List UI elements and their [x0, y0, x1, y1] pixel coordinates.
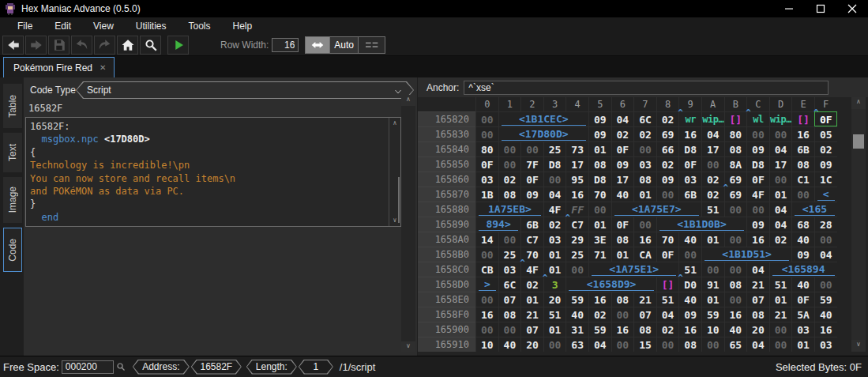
hex-cell[interactable]: 00 — [475, 111, 498, 126]
code-type-select[interactable]: Script — [76, 81, 414, 99]
hex-cell[interactable]: 00 — [678, 247, 701, 262]
scroll-up-icon[interactable]: ∧ — [851, 97, 866, 109]
hex-cell[interactable]: 03 — [543, 232, 566, 247]
hex-cell[interactable]: 59 — [588, 322, 611, 337]
scroll-up-icon[interactable]: ∧ — [389, 119, 400, 128]
hex-cell[interactable]: D8 — [543, 156, 566, 172]
hex-cell[interactable]: 40 — [678, 292, 701, 307]
hex-cell[interactable]: D8 — [588, 172, 611, 187]
hex-cell[interactable]: 40 — [791, 277, 814, 292]
hex-cell[interactable]: 00 — [633, 217, 656, 232]
hex-cell[interactable]: D8 — [746, 156, 769, 172]
hex-cell[interactable]: 08 — [724, 141, 747, 156]
hex-cell[interactable]: <165 — [791, 202, 836, 217]
side-tab-table[interactable]: Table — [3, 84, 22, 128]
hex-cell[interactable]: 09 — [746, 141, 769, 156]
hex-cell[interactable]: 0F — [791, 292, 814, 307]
hex-cell[interactable]: 01 — [543, 247, 566, 262]
auto-width-button[interactable]: Auto — [329, 37, 358, 53]
hex-cell[interactable]: 00 — [498, 232, 521, 247]
run-script-button[interactable] — [167, 36, 189, 55]
hex-cell[interactable]: <1658D9> — [566, 277, 656, 292]
hex-cell[interactable]: 08 — [678, 337, 701, 352]
hex-cell[interactable]: 28 — [814, 217, 837, 232]
hex-cell[interactable]: > — [475, 277, 498, 292]
hex-cell[interactable]: 51 — [769, 277, 792, 292]
hex-cell[interactable]: ^wl — [746, 111, 769, 126]
tab-close-icon[interactable]: ✕ — [100, 64, 106, 72]
hex-cell[interactable]: 04 — [769, 202, 792, 217]
hex-cell[interactable]: 80 — [475, 141, 498, 156]
hex-cell[interactable]: 01 — [543, 322, 566, 337]
hex-cell[interactable]: 00 — [633, 141, 656, 156]
hex-cell[interactable]: ^D0 — [678, 277, 701, 292]
hex-cell[interactable]: 8A — [724, 156, 747, 172]
hex-cell[interactable]: 21 — [633, 292, 656, 307]
hex-cell[interactable]: [] — [791, 111, 814, 126]
hex-cell[interactable]: ^3 — [543, 277, 566, 292]
hex-cell[interactable]: 02 — [656, 322, 679, 337]
hex-cell[interactable]: 16 — [633, 232, 656, 247]
left-panel-scrollbar[interactable]: ∧ ∨ — [401, 95, 415, 352]
hex-cell[interactable]: 03 — [633, 156, 656, 172]
hex-cell[interactable]: 01 — [769, 187, 792, 202]
hex-cell[interactable]: 4F — [746, 187, 769, 202]
side-tab-code[interactable]: Code — [3, 228, 22, 272]
hex-cell[interactable]: 20 — [520, 337, 543, 352]
hex-cell[interactable]: 09 — [520, 187, 543, 202]
hex-cell[interactable]: 95 — [566, 172, 588, 187]
anchor-input[interactable] — [464, 81, 829, 95]
hex-cell[interactable]: 02 — [543, 217, 566, 232]
hex-cell[interactable]: 01 — [633, 187, 656, 202]
hex-grid[interactable]: 16582000<1B1CEC>09046C02^wrwip…[]^wlwip…… — [418, 111, 837, 352]
hex-cell[interactable]: 08 — [791, 156, 814, 172]
hex-cell[interactable]: 03 — [498, 262, 521, 277]
close-button[interactable] — [836, 0, 868, 17]
back-button[interactable] — [2, 36, 24, 55]
hex-cell[interactable]: 29 — [566, 232, 588, 247]
hex-cell[interactable]: 68 — [791, 217, 814, 232]
hex-cell[interactable]: 02 — [656, 156, 679, 172]
hex-cell[interactable]: 00 — [543, 172, 566, 187]
hex-cell[interactable]: 09 — [588, 126, 611, 141]
redo-button[interactable] — [94, 36, 115, 55]
hex-cell[interactable]: 17 — [566, 156, 588, 172]
hex-cell[interactable]: 25 — [543, 141, 566, 156]
menu-file[interactable]: File — [6, 18, 43, 34]
hex-cell[interactable]: 894> — [475, 217, 520, 232]
hex-cell[interactable]: 08 — [611, 232, 634, 247]
free-space-search-icon[interactable] — [114, 360, 128, 374]
hex-cell[interactable]: 16 — [724, 307, 747, 322]
hex-cell[interactable]: 08 — [724, 277, 747, 292]
hex-cell[interactable]: 02 — [814, 141, 837, 156]
hex-cell-selected[interactable]: ^0F — [814, 111, 837, 126]
hex-cell[interactable]: 59 — [814, 292, 837, 307]
hex-cell[interactable]: 08 — [498, 187, 521, 202]
hex-cell[interactable]: 00 — [498, 156, 521, 172]
hex-cell[interactable]: 08 — [633, 172, 656, 187]
forward-button[interactable] — [25, 36, 47, 55]
hex-cell[interactable]: 0F — [520, 172, 543, 187]
hex-cell[interactable]: 0F — [475, 156, 498, 172]
hex-cell[interactable]: 02 — [588, 307, 611, 322]
hex-cell[interactable]: 0F — [611, 217, 634, 232]
hex-cell[interactable]: 25 — [566, 247, 588, 262]
hex-cell[interactable]: 00 — [701, 262, 724, 277]
hex-cell[interactable]: 00 — [475, 322, 498, 337]
hex-cell[interactable]: 6C — [633, 111, 656, 126]
hex-cell[interactable]: 16 — [566, 187, 588, 202]
hex-cell[interactable]: 00 — [769, 337, 792, 352]
hex-cell[interactable]: 08 — [611, 292, 634, 307]
hex-cell[interactable]: 04 — [769, 141, 792, 156]
hex-cell[interactable]: 16 — [678, 322, 701, 337]
hex-cell[interactable]: 25 — [498, 247, 521, 262]
hex-cell[interactable]: 04 — [656, 307, 679, 322]
hex-cell[interactable]: 00 — [746, 202, 769, 217]
hex-cell[interactable]: ^C7 — [566, 217, 588, 232]
hex-cell[interactable]: 00 — [543, 337, 566, 352]
hex-scrollbar[interactable]: ∧ ∨ — [851, 97, 866, 352]
hex-cell[interactable]: 00 — [475, 126, 498, 141]
hex-cell[interactable]: 10 — [701, 322, 724, 337]
hex-cell[interactable]: 02 — [498, 172, 521, 187]
hex-cell[interactable]: wip… — [701, 111, 724, 126]
